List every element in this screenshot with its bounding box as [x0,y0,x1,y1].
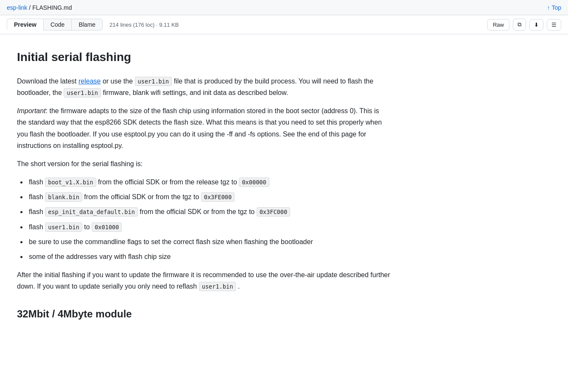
download-icon: ⬇ [534,22,539,28]
code-addr-3fe000: 0x3FE000 [201,192,235,202]
breadcrumb-repo-link[interactable]: esp-link [7,4,27,11]
top-label: Top [551,4,561,11]
release-link[interactable]: release [78,78,101,85]
tab-group: Preview Code Blame [7,19,103,31]
copy-button[interactable]: ⧉ [513,19,526,31]
toolbar-left: Preview Code Blame 214 lines (176 loc) ·… [7,19,179,31]
tab-preview[interactable]: Preview [7,19,44,31]
file-meta: 214 lines (176 loc) · 9.11 KB [109,22,179,28]
heading-32mbit: 32Mbit / 4Mbyte module [17,306,390,322]
paragraph-download: Download the latest release or use the u… [17,75,390,98]
list-item-init-data: flash esp_init_data_default.bin from the… [27,206,390,217]
toolbar-right: Raw ⧉ ⬇ ☰ [487,19,561,31]
breadcrumb-file: FLASHING.md [32,4,72,11]
tab-code[interactable]: Code [43,19,72,31]
paragraph-important: Important: the firmware adapts to the si… [17,105,390,151]
paragraph-short-version: The short version for the serial flashin… [17,158,390,170]
main-content: Initial serial flashing Download the lat… [0,34,407,342]
list-item-user1bin: flash user1.bin to 0x01000 [27,221,390,233]
arrow-up-icon: ↑ [547,4,550,11]
file-toolbar: Preview Code Blame 214 lines (176 loc) ·… [0,15,568,34]
heading-initial-serial-flashing: Initial serial flashing [17,48,390,67]
list-item-commandline-flags: be sure to use the commandline flags to … [27,236,390,247]
list-item-addresses-vary: some of the addresses vary with flash ch… [27,251,390,262]
paragraph-after-flashing: After the initial flashing if you want t… [17,269,390,292]
top-link[interactable]: ↑ Top [547,4,561,11]
code-init-data-bin: esp_init_data_default.bin [45,207,138,217]
copy-icon: ⧉ [518,21,521,28]
flash-steps-list: flash boot_v1.X.bin from the official SD… [27,176,390,262]
breadcrumb-separator: / [29,4,31,11]
important-em: Important [17,107,46,114]
download-button[interactable]: ⬇ [529,19,543,31]
raw-button[interactable]: Raw [487,19,509,31]
more-button[interactable]: ☰ [547,19,561,31]
top-bar: esp-link / FLASHING.md ↑ Top [0,0,568,15]
code-user1bin-4: user1.bin [199,282,236,291]
code-addr-00000: 0x00000 [239,178,269,187]
code-boot-bin: boot_v1.X.bin [45,178,96,187]
more-icon: ☰ [551,22,557,28]
code-user1bin-1: user1.bin [135,77,172,86]
list-item-blank: flash blank.bin from the official SDK or… [27,191,390,203]
code-blank-bin: blank.bin [45,192,82,202]
code-addr-3fc000: 0x3FC000 [257,207,290,217]
code-user1bin-2: user1.bin [64,88,101,97]
code-addr-01000: 0x01000 [92,222,122,232]
list-item-boot: flash boot_v1.X.bin from the official SD… [27,176,390,188]
tab-blame[interactable]: Blame [71,19,103,31]
code-user1bin-3: user1.bin [45,222,82,232]
breadcrumb: esp-link / FLASHING.md [7,4,72,11]
